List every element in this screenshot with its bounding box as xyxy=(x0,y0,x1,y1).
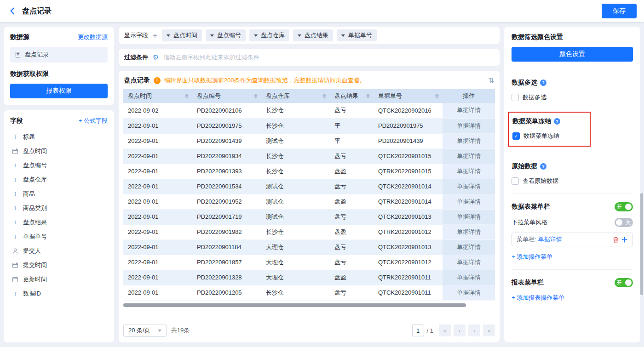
column-header[interactable]: 单据单号 xyxy=(374,89,443,103)
main-panel: 显示字段 + 盘点时间盘点编号盘点仓库盘点结果单据单号 过滤条件 ⚙ 拖动左侧字… xyxy=(119,27,500,342)
sort-icon[interactable] xyxy=(185,94,189,98)
display-field-chip[interactable]: 盘点结果 xyxy=(293,29,333,41)
vertical-scrollbar[interactable] xyxy=(640,193,643,295)
divider xyxy=(512,70,633,70)
sort-icon[interactable] xyxy=(366,94,370,98)
row-detail-link[interactable]: 单据详情 xyxy=(457,213,481,220)
field-item[interactable]: I商品类别 xyxy=(10,201,108,215)
table-row[interactable]: 2022-09-01PD20220901982长沙仓盘盈QTRK20220901… xyxy=(123,224,495,239)
table-row[interactable]: 2022-09-01PD20220901934长沙仓盘亏QTCK20220901… xyxy=(123,148,495,164)
raw-data-checkbox[interactable]: 查看原始数据 xyxy=(512,177,633,185)
table-menu-toggle[interactable]: 开 xyxy=(615,202,633,211)
add-display-field-button[interactable]: + xyxy=(153,32,157,40)
save-button[interactable]: 保存 xyxy=(602,4,637,18)
table-cell: PD20220901975 xyxy=(374,118,443,133)
color-setting-button[interactable]: 颜色设置 xyxy=(512,47,633,62)
column-header[interactable]: 盘点时间 xyxy=(123,89,192,103)
sort-icon[interactable] xyxy=(254,94,258,98)
next-page-button[interactable]: › xyxy=(468,324,480,336)
chevron-down-icon xyxy=(167,34,170,37)
table-cell: 2022-09-01 xyxy=(123,179,192,194)
table-row[interactable]: 2022-09-01PD20220901857大理仓盘亏QTCK20220901… xyxy=(123,255,495,270)
prev-page-button[interactable]: ‹ xyxy=(454,324,466,336)
help-icon[interactable]: ? xyxy=(554,118,560,125)
row-detail-link[interactable]: 单据详情 xyxy=(457,198,481,205)
horizontal-scrollbar[interactable] xyxy=(123,303,466,307)
table-row[interactable]: 2022-09-01PD20220901393长沙仓盘盈QTRK20220901… xyxy=(123,164,495,179)
field-item[interactable]: T标题 xyxy=(10,130,108,144)
field-item[interactable]: I商品 xyxy=(10,187,108,201)
table-row[interactable]: 2022-09-01PD20220901975长沙仓平PD20220901975… xyxy=(123,118,495,133)
table-row[interactable]: 2022-09-01PD20220901328大理仓盘盈QTRK20220901… xyxy=(123,270,495,285)
report-permission-button[interactable]: 报表权限 xyxy=(10,84,108,98)
help-icon[interactable]: ? xyxy=(540,80,546,86)
field-item[interactable]: I盘点编号 xyxy=(10,158,108,172)
help-icon[interactable]: ? xyxy=(540,163,546,170)
row-detail-link[interactable]: 单据详情 xyxy=(457,228,481,235)
sort-order-icon[interactable]: ⇅ xyxy=(488,76,494,85)
table-row[interactable]: 2022-09-01PD20220901205长沙仓盘亏QTCK20220901… xyxy=(123,285,495,300)
table-row[interactable]: 2022-09-01PD20220901439测试仓平PD20220901439… xyxy=(123,133,495,148)
row-detail-link[interactable]: 单据详情 xyxy=(457,122,481,129)
trash-icon[interactable] xyxy=(612,236,619,243)
row-detail-link[interactable]: 单据详情 xyxy=(457,274,481,281)
row-detail-link[interactable]: 单据详情 xyxy=(457,183,481,190)
table-row[interactable]: 2022-09-02PD20220902106长沙仓盘亏QTCK20220902… xyxy=(123,103,495,118)
row-detail-link[interactable]: 单据详情 xyxy=(457,289,481,296)
column-header[interactable]: 盘点编号 xyxy=(192,89,261,103)
multi-select-checkbox[interactable]: 数据多选 xyxy=(512,93,633,102)
page-size-select[interactable]: 20 条/页 xyxy=(123,324,167,337)
menu-item-row[interactable]: 菜单栏: 单据详情 xyxy=(512,233,633,246)
change-datasource-link[interactable]: 更改数据源 xyxy=(78,33,108,41)
row-detail-link[interactable]: 单据详情 xyxy=(457,107,481,114)
datasource-item[interactable]: 盘点记录 xyxy=(10,47,108,63)
add-action-menu-link[interactable]: + 添加操作菜单 xyxy=(512,253,552,261)
gear-icon[interactable]: ⚙ xyxy=(153,53,159,62)
field-item[interactable]: I数据ID xyxy=(10,286,108,301)
display-field-chip[interactable]: 盘点编号 xyxy=(206,29,246,41)
table-row[interactable]: 2022-09-01PD20220901952测试仓盘盈QTRK20220901… xyxy=(123,194,495,209)
left-panel: 数据源 更改数据源 盘点记录 数据获取权限 报表权限 字段 + 公式字段 xyxy=(4,27,114,342)
row-detail-link[interactable]: 单据详情 xyxy=(457,137,481,144)
settings-panel: 数据筛选颜色设置 颜色设置 数据多选 ? 数据多选 数据菜单冻结 ? xyxy=(504,27,640,342)
display-field-chip[interactable]: 盘点时间 xyxy=(162,29,202,41)
menu-item-value[interactable]: 单据详情 xyxy=(538,235,562,244)
add-formula-field-link[interactable]: + 公式字段 xyxy=(79,117,108,125)
column-header[interactable]: 盘点仓库 xyxy=(261,89,330,103)
column-header[interactable]: 操作 xyxy=(443,89,495,103)
move-icon[interactable] xyxy=(621,236,628,243)
field-item[interactable]: 更新时间 xyxy=(10,272,108,286)
sort-icon[interactable] xyxy=(322,94,326,98)
row-detail-link[interactable]: 单据详情 xyxy=(457,153,481,159)
menu-freeze-checkbox[interactable]: ✓ 数据菜单冻结 xyxy=(512,132,583,140)
row-detail-link[interactable]: 单据详情 xyxy=(457,244,481,250)
field-item[interactable]: 提交人 xyxy=(10,244,108,258)
current-page-input[interactable]: 1 xyxy=(412,324,424,336)
back-icon[interactable] xyxy=(8,7,17,15)
display-field-chip[interactable]: 盘点仓库 xyxy=(249,29,289,41)
field-item[interactable]: I盘点结果 xyxy=(10,215,108,229)
report-designer-screen: 盘点记录 保存 数据源 更改数据源 盘点记录 数据获取权限 报表权限 xyxy=(0,0,644,347)
table-cell: PD20220901934 xyxy=(192,148,261,164)
first-page-button[interactable]: « xyxy=(439,324,451,336)
sort-icon[interactable] xyxy=(435,94,439,98)
field-item[interactable]: I盘点仓库 xyxy=(10,172,108,187)
display-field-chip[interactable]: 单据单号 xyxy=(337,29,377,41)
column-header[interactable]: 盘点结果 xyxy=(330,89,374,103)
table-cell: QTCK20220901011 xyxy=(374,285,443,300)
field-item[interactable]: 盘点时间 xyxy=(10,144,108,158)
row-detail-link[interactable]: 单据详情 xyxy=(457,259,481,266)
field-item[interactable]: I单据单号 xyxy=(10,229,108,244)
report-menu-toggle[interactable]: 开 xyxy=(615,278,633,287)
add-report-menu-link[interactable]: + 添加报表操作菜单 xyxy=(512,294,564,302)
row-detail-link[interactable]: 单据详情 xyxy=(457,168,481,175)
table-row[interactable]: 2022-09-01PD20220901184大理仓盘亏QTCK20220901… xyxy=(123,239,495,255)
last-page-button[interactable]: » xyxy=(483,324,495,336)
table-cell: 盘亏 xyxy=(330,103,374,118)
table-row[interactable]: 2022-09-01PD20220901534测试仓盘亏QTCK20220901… xyxy=(123,179,495,194)
field-item[interactable]: 提交时间 xyxy=(10,258,108,272)
text-icon: I xyxy=(12,176,18,183)
multi-select-checkbox-label: 数据多选 xyxy=(523,93,546,102)
table-row[interactable]: 2022-09-01PD20220901719测试仓盘亏QTCK20220901… xyxy=(123,209,495,224)
dropdown-style-toggle[interactable]: 关 xyxy=(615,218,633,227)
